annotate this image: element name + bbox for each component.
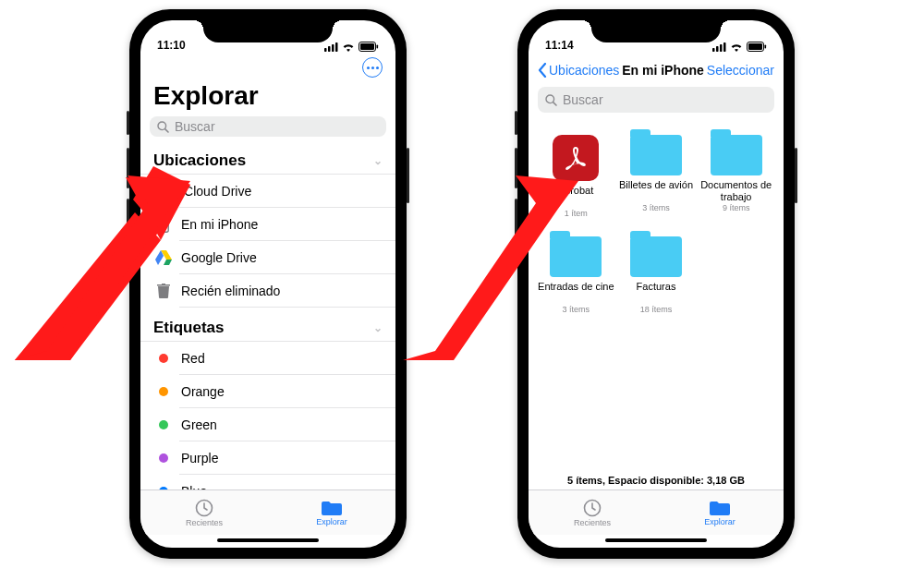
annotation-arrow-icon (15, 157, 190, 360)
svg-rect-6 (377, 45, 379, 49)
svg-rect-16 (716, 46, 719, 52)
file-item-folder[interactable]: Facturas 18 ítems (616, 236, 697, 314)
status-time: 11:10 (157, 39, 186, 52)
status-icons (712, 42, 767, 52)
options-button[interactable] (362, 57, 383, 78)
folder-icon (630, 236, 682, 277)
search-input[interactable]: Buscar (150, 116, 386, 137)
folder-icon (711, 135, 762, 175)
svg-rect-1 (328, 46, 331, 52)
tag-dot-icon (159, 453, 168, 463)
svg-rect-5 (360, 43, 374, 50)
folder-icon (710, 500, 730, 516)
tag-purple[interactable]: Purple (140, 441, 395, 475)
search-placeholder: Buscar (563, 92, 603, 107)
annotation-arrow-icon (403, 157, 578, 360)
tab-recents[interactable]: Recientes (529, 490, 656, 535)
tab-browse[interactable]: Explorar (656, 490, 784, 535)
clock-icon (583, 499, 602, 517)
folder-icon (630, 135, 682, 175)
tag-blue[interactable]: Blue (140, 475, 395, 489)
status-bar: 11:10 (140, 20, 395, 54)
svg-rect-0 (324, 48, 327, 52)
tag-dot-icon (159, 487, 168, 489)
svg-rect-2 (332, 44, 334, 52)
select-button[interactable]: Seleccionar (707, 63, 774, 78)
storage-status: 5 ítems, Espacio disponible: 3,18 GB (529, 471, 784, 489)
tag-green[interactable]: Green (140, 408, 395, 441)
file-item-folder[interactable]: Documentos de trabajo 9 ítems (696, 135, 776, 218)
back-button[interactable]: Ubicaciones (538, 63, 619, 78)
status-icons (324, 42, 379, 52)
tag-dot-icon (159, 420, 168, 429)
search-input[interactable]: Buscar (538, 87, 774, 113)
svg-marker-29 (403, 175, 578, 360)
status-time: 11:14 (545, 39, 574, 52)
svg-rect-20 (748, 43, 762, 50)
page-title: Explorar (153, 81, 383, 111)
nav-title: En mi iPhone (622, 63, 704, 78)
svg-line-23 (553, 102, 556, 104)
tab-browse[interactable]: Explorar (268, 490, 395, 535)
svg-rect-3 (335, 42, 338, 52)
clock-icon (195, 499, 213, 517)
nav-bar: Ubicaciones En mi iPhone Seleccionar (529, 54, 784, 87)
svg-rect-15 (712, 48, 715, 52)
home-indicator[interactable] (529, 535, 784, 548)
search-placeholder: Buscar (175, 119, 215, 134)
tab-bar: Recientes Explorar (529, 489, 784, 535)
tag-orange[interactable]: Orange (140, 375, 395, 408)
tab-bar: Recientes Explorar (140, 489, 395, 535)
svg-rect-18 (723, 42, 726, 52)
svg-rect-17 (720, 44, 723, 52)
chevron-down-icon: ⌄ (373, 154, 383, 167)
tag-dot-icon (159, 387, 168, 396)
tab-recents[interactable]: Recientes (140, 490, 268, 535)
svg-rect-21 (765, 45, 767, 49)
status-bar: 11:14 (529, 20, 784, 54)
file-item-folder[interactable]: Billetes de avión 3 ítems (616, 135, 697, 218)
svg-line-8 (165, 128, 168, 131)
home-indicator[interactable] (140, 535, 395, 548)
search-icon (157, 121, 169, 133)
chevron-left-icon (538, 63, 547, 78)
search-icon (545, 94, 557, 106)
folder-icon (322, 500, 342, 516)
chevron-down-icon: ⌄ (373, 321, 383, 334)
